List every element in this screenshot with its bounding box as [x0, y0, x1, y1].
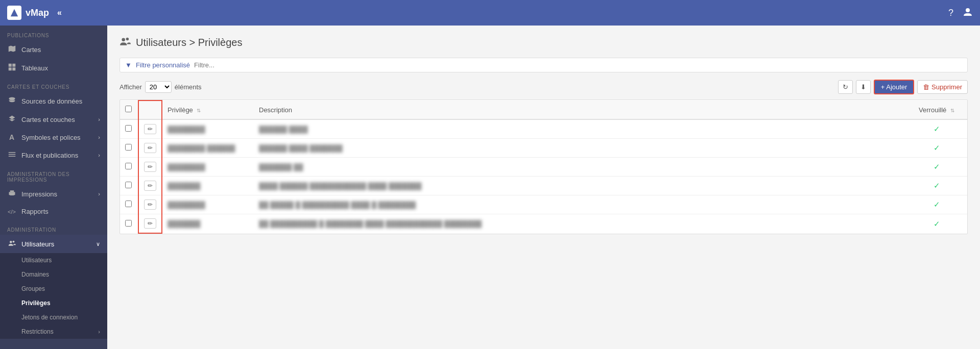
th-check: [120, 101, 138, 119]
locked-check: ✓: [911, 124, 962, 134]
sidebar-item-impressions[interactable]: Impressions ›: [0, 185, 107, 203]
logo-text: vMap: [26, 8, 49, 18]
sidebar-item-rapports[interactable]: </> Rapports: [0, 203, 107, 220]
table-row: ✏██████████████ ████✓: [120, 119, 967, 139]
description-value: ██ █████ █ ██████████ ████ █ ████████: [259, 201, 416, 209]
row-checkbox[interactable]: [125, 182, 132, 188]
edit-button[interactable]: ✏: [144, 181, 156, 191]
edit-button[interactable]: ✏: [144, 218, 156, 229]
collapse-btn[interactable]: «: [53, 6, 66, 19]
sidebar-item-symboles[interactable]: A Symboles et polices ›: [0, 129, 107, 146]
row-checkbox[interactable]: [125, 220, 132, 227]
delete-button[interactable]: 🗑 Supprimer: [917, 80, 968, 94]
privileges-table: Privilège ⇅ Description Verrouillé ⇅: [120, 100, 967, 234]
sidebar-item-label: Symboles et polices: [21, 134, 81, 141]
description-value: ██████ ████: [259, 126, 308, 133]
download-button[interactable]: ⬇: [856, 80, 871, 94]
svg-marker-0: [11, 9, 18, 16]
submenu-jetons[interactable]: Jetons de connexion: [0, 310, 107, 325]
add-button[interactable]: + Ajouter: [874, 80, 915, 94]
privilege-value: ████████: [168, 201, 205, 209]
locked-check: ✓: [911, 143, 962, 153]
edit-button[interactable]: ✏: [144, 143, 156, 153]
locked-check: ✓: [911, 162, 962, 171]
chevron-right-icon: ›: [98, 329, 100, 335]
help-icon[interactable]: ?: [948, 8, 953, 18]
refresh-button[interactable]: ↻: [838, 80, 853, 94]
page-header-icon: [119, 36, 131, 49]
page-title: Utilisateurs > Privilèges: [136, 37, 242, 48]
th-verrouille: Verrouillé ⇅: [906, 101, 967, 119]
filter-input[interactable]: [194, 61, 962, 69]
select-all-checkbox[interactable]: [125, 106, 132, 112]
sidebar-item-label: Utilisateurs: [21, 240, 54, 248]
utilisateurs-icon: [7, 239, 16, 248]
privilege-value: ███████: [168, 220, 200, 228]
table-row: ✏██████████ █████ █ ██████████ ████ █ ██…: [120, 195, 967, 214]
row-checkbox[interactable]: [125, 163, 132, 169]
logo: vMap «: [7, 6, 948, 20]
impressions-icon: [7, 189, 16, 198]
svg-point-12: [10, 241, 12, 243]
submenu-utilisateurs[interactable]: Utilisateurs: [0, 253, 107, 267]
table-row: ✏███████████████ ██✓: [120, 158, 967, 177]
sidebar-item-label: Sources de données: [21, 97, 82, 105]
logo-icon: [7, 6, 21, 20]
sort-icon: ⇅: [197, 108, 201, 113]
section-label-impressions: ADMINISTRATION DES IMPRESSIONS: [0, 164, 107, 185]
section-label-cartes-couches: CARTES ET COUCHES: [0, 77, 107, 92]
rapports-icon: </>: [7, 209, 16, 215]
th-edit: [138, 101, 162, 119]
th-privilege: Privilège ⇅: [162, 101, 254, 119]
sidebar-section-admin: ADMINISTRATION Utilisateurs ∨ Utilisateu…: [0, 220, 107, 339]
sources-icon: [7, 96, 16, 106]
submenu-groupes[interactable]: Groupes: [0, 282, 107, 296]
chevron-icon: ›: [98, 116, 100, 122]
sidebar-item-label: Tableaux: [21, 64, 48, 72]
sidebar-section-impressions: ADMINISTRATION DES IMPRESSIONS Impressio…: [0, 164, 107, 220]
locked-check: ✓: [911, 219, 962, 229]
tableaux-icon: [7, 63, 16, 72]
sidebar-item-sources[interactable]: Sources de données: [0, 92, 107, 110]
sidebar-item-cartes[interactable]: Cartes: [0, 40, 107, 59]
page-header: Utilisateurs > Privilèges: [119, 36, 968, 49]
edit-button[interactable]: ✏: [144, 200, 156, 210]
svg-point-13: [12, 241, 14, 243]
topbar: vMap « ?: [0, 0, 980, 26]
filter-label: Filtre personnalisé: [136, 61, 190, 69]
submenu-restrictions[interactable]: Restrictions ›: [0, 325, 107, 339]
th-description: Description: [254, 101, 906, 119]
row-checkbox[interactable]: [125, 125, 132, 132]
svg-rect-4: [8, 67, 11, 70]
chevron-icon: ›: [98, 152, 100, 158]
section-label-admin: ADMINISTRATION: [0, 220, 107, 235]
sidebar-item-flux[interactable]: Flux et publications ›: [0, 146, 107, 164]
table-actions: ↻ ⬇ + Ajouter 🗑 Supprimer: [838, 80, 968, 94]
row-checkbox[interactable]: [125, 144, 132, 151]
page-size-select[interactable]: 20 50 100: [145, 81, 172, 93]
sidebar-item-cartes-couches[interactable]: Cartes et couches ›: [0, 110, 107, 129]
section-label-publications: PUBLICATIONS: [0, 26, 107, 40]
flux-icon: [7, 151, 16, 160]
description-value: ████ ██████ ████████████ ████ ███████: [259, 182, 421, 190]
cartes-couches-icon: [7, 115, 16, 124]
locked-check: ✓: [911, 181, 962, 190]
submenu-domaines[interactable]: Domaines: [0, 267, 107, 282]
user-icon[interactable]: [963, 7, 973, 19]
edit-button[interactable]: ✏: [144, 124, 156, 134]
symboles-icon: A: [7, 133, 16, 141]
row-checkbox[interactable]: [125, 201, 132, 207]
submenu-privileges[interactable]: Privilèges: [0, 296, 107, 310]
sidebar-item-utilisateurs[interactable]: Utilisateurs ∨: [0, 235, 107, 253]
sidebar-item-label: Rapports: [21, 208, 49, 215]
main-layout: PUBLICATIONS Cartes Tableaux CARTES ET C…: [0, 26, 980, 349]
edit-button[interactable]: ✏: [144, 162, 156, 172]
cartes-icon: [7, 45, 16, 54]
svg-rect-3: [12, 64, 15, 67]
table-row: ✏███████████ ██████ ████████████ ████ ██…: [120, 177, 967, 195]
svg-rect-8: [8, 154, 15, 155]
sidebar-item-tableaux[interactable]: Tableaux: [0, 59, 107, 77]
chevron-icon: ›: [98, 134, 100, 140]
table-row: ✏█████████ ██████████ █ ████████ ████ ██…: [120, 214, 967, 234]
locked-check: ✓: [911, 200, 962, 209]
